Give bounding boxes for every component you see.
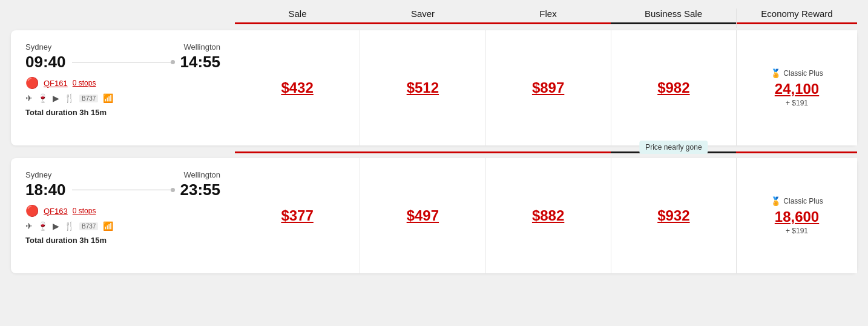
route-line-1 bbox=[66, 62, 180, 62]
classic-plus-label-1: Classic Plus bbox=[783, 69, 823, 78]
col-header-economy-reward: Economy Reward bbox=[736, 8, 857, 28]
card-separator bbox=[235, 151, 857, 153]
origin-city-1: Sydney bbox=[25, 42, 51, 52]
reward-points-1[interactable]: 24,100 bbox=[775, 81, 819, 98]
flex-col-2[interactable]: $882 bbox=[485, 158, 611, 273]
meal-icon-2: 🍴 bbox=[64, 221, 74, 231]
dest-city-1: Wellington bbox=[184, 42, 220, 52]
arrive-time-2: 23:55 bbox=[180, 181, 221, 199]
sale-col-1[interactable]: $432 bbox=[235, 30, 360, 145]
economy-underline bbox=[737, 22, 857, 24]
flex-price-1[interactable]: $897 bbox=[532, 79, 564, 96]
depart-time-2: 18:40 bbox=[25, 181, 66, 199]
duration-1: Total duration 3h 15m bbox=[25, 108, 220, 117]
reward-cash-2: + $191 bbox=[786, 227, 808, 235]
amenities-2: ✈ 🍷 ▶ 🍴 B737 📶 bbox=[25, 221, 220, 231]
wifi-icon-1: 📶 bbox=[103, 93, 113, 103]
depart-time-1: 09:40 bbox=[25, 53, 66, 72]
flight-card-2: Sydney Wellington 18:40 23:55 🔴 QF163 0 … bbox=[11, 158, 857, 273]
col-header-flex: Flex bbox=[485, 8, 611, 28]
drink-icon-1: 🍷 bbox=[38, 93, 48, 103]
flight-info-2: Sydney Wellington 18:40 23:55 🔴 QF163 0 … bbox=[11, 158, 235, 273]
col-header-saver: Saver bbox=[360, 8, 485, 28]
flex-underline bbox=[485, 22, 611, 24]
price-badge-1: Price nearly gone bbox=[639, 141, 708, 154]
stops-2[interactable]: 0 stops bbox=[73, 207, 96, 215]
economy-col-2[interactable]: 🏅 Classic Plus 18,600 + $191 bbox=[736, 158, 857, 273]
flight-number-2[interactable]: QF163 bbox=[44, 207, 68, 216]
business-price-1[interactable]: $982 bbox=[657, 79, 689, 96]
sep-red-3 bbox=[485, 151, 611, 153]
saver-price-2[interactable]: $497 bbox=[407, 207, 439, 224]
price-columns-2: $377 $497 $882 $932 bbox=[235, 158, 736, 273]
economy-col-1[interactable]: 🏅 Classic Plus 24,100 + $191 bbox=[736, 30, 857, 145]
aircraft-badge-1: B737 bbox=[79, 95, 98, 102]
business-underline bbox=[611, 22, 736, 24]
video-icon-2: ▶ bbox=[53, 221, 59, 231]
col-header-sale: Sale bbox=[235, 8, 360, 28]
sep-eco-1 bbox=[736, 151, 857, 153]
reward-cash-1: + $191 bbox=[786, 99, 808, 107]
route-line-2 bbox=[66, 190, 180, 190]
business-col-1[interactable]: $982 Price nearly gone bbox=[611, 30, 736, 145]
sep-red-1 bbox=[235, 151, 360, 153]
video-icon-1: ▶ bbox=[53, 93, 59, 103]
aircraft-icon-2: ✈ bbox=[25, 221, 33, 231]
reward-points-2[interactable]: 18,600 bbox=[775, 208, 819, 225]
duration-2: Total duration 3h 15m bbox=[25, 236, 220, 245]
dest-city-2: Wellington bbox=[184, 170, 220, 179]
sale-price-1[interactable]: $432 bbox=[281, 79, 313, 96]
arrive-time-1: 14:55 bbox=[180, 53, 221, 72]
saver-underline bbox=[360, 22, 485, 24]
sale-price-2[interactable]: $377 bbox=[281, 207, 313, 224]
flight-info-1: Sydney Wellington 09:40 14:55 🔴 QF161 0 … bbox=[11, 30, 235, 145]
saver-col-2[interactable]: $497 bbox=[360, 158, 485, 273]
flight-line-2 bbox=[72, 190, 174, 190]
stops-1[interactable]: 0 stops bbox=[73, 79, 96, 87]
aircraft-badge-2: B737 bbox=[79, 222, 98, 230]
qantas-icon-1: 🔴 bbox=[25, 76, 39, 90]
qantas-icon-2: 🔴 bbox=[25, 204, 39, 218]
origin-city-2: Sydney bbox=[25, 170, 51, 179]
wifi-icon-2: 📶 bbox=[103, 221, 113, 231]
classic-plus-1: 🏅 Classic Plus bbox=[771, 68, 823, 78]
flex-col-1[interactable]: $897 bbox=[485, 30, 611, 145]
saver-price-1[interactable]: $512 bbox=[407, 79, 439, 96]
flight-meta-1: 🔴 QF161 0 stops bbox=[25, 76, 220, 90]
amenities-1: ✈ 🍷 ▶ 🍴 B737 📶 bbox=[25, 93, 220, 103]
classic-plus-2: 🏅 Classic Plus bbox=[771, 196, 823, 206]
sale-col-2[interactable]: $377 bbox=[235, 158, 360, 273]
flight-card-1: Sydney Wellington 09:40 14:55 🔴 QF161 0 … bbox=[11, 30, 857, 145]
sep-red-2 bbox=[360, 151, 485, 153]
sale-underline bbox=[235, 22, 360, 24]
meal-icon-1: 🍴 bbox=[64, 93, 74, 103]
saver-col-1[interactable]: $512 bbox=[360, 30, 485, 145]
flight-number-1[interactable]: QF161 bbox=[44, 79, 68, 88]
flex-price-2[interactable]: $882 bbox=[532, 207, 564, 224]
flight-meta-2: 🔴 QF163 0 stops bbox=[25, 204, 220, 218]
medal-icon-1: 🏅 bbox=[771, 68, 781, 78]
business-col-2[interactable]: $932 bbox=[611, 158, 736, 273]
classic-plus-label-2: Classic Plus bbox=[783, 197, 823, 205]
price-columns-1: $432 $512 $897 $982 Price nearly gone bbox=[235, 30, 736, 145]
medal-icon-2: 🏅 bbox=[771, 196, 781, 206]
business-price-2[interactable]: $932 bbox=[657, 207, 689, 224]
drink-icon-2: 🍷 bbox=[38, 221, 48, 231]
col-header-business-sale: Business Sale bbox=[611, 8, 736, 28]
flight-line-1 bbox=[72, 62, 174, 62]
aircraft-icon-1: ✈ bbox=[25, 93, 33, 103]
